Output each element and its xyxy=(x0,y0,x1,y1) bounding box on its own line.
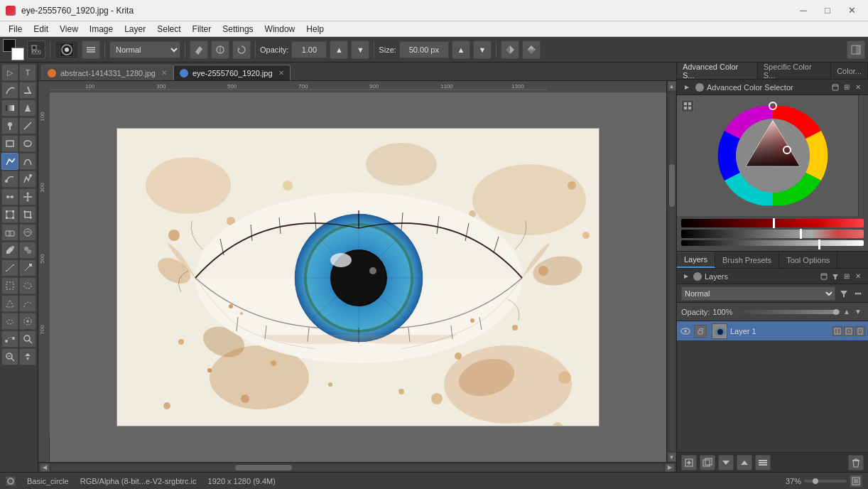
tool-line[interactable] xyxy=(19,117,36,134)
hscroll-right[interactable]: ▶ xyxy=(665,463,675,472)
tool-select-rect[interactable]: ▷ xyxy=(1,64,18,81)
layer-action-2[interactable] xyxy=(844,326,854,336)
layer-properties-button[interactable] xyxy=(755,455,771,471)
vscroll-down[interactable]: ▼ xyxy=(668,452,676,462)
move-layer-down-button[interactable] xyxy=(718,455,734,471)
tool-select-deform[interactable] xyxy=(1,331,18,348)
adv-color-collapse[interactable] xyxy=(681,82,693,93)
canvas-viewport[interactable] xyxy=(50,92,666,462)
layers-filter-btn[interactable] xyxy=(838,288,850,299)
menu-edit[interactable]: Edit xyxy=(28,23,54,36)
color-slider-2[interactable] xyxy=(681,230,864,238)
size-input[interactable] xyxy=(399,41,449,58)
layers-opacity-up[interactable]: ▲ xyxy=(841,306,852,318)
opacity-input[interactable] xyxy=(291,41,327,58)
menu-help[interactable]: Help xyxy=(300,23,330,36)
tool-ellipse[interactable] xyxy=(19,135,36,152)
layer-action-3[interactable] xyxy=(855,326,865,336)
opacity-down-btn[interactable]: ▼ xyxy=(351,41,369,59)
delete-layer-button[interactable] xyxy=(848,455,864,471)
tool-brush[interactable] xyxy=(1,117,18,134)
menu-view[interactable]: View xyxy=(54,23,84,36)
copy-layer-button[interactable] xyxy=(700,455,715,471)
layers-opacity-bar[interactable] xyxy=(737,310,840,314)
blend-mode-select[interactable]: Normal Multiply Screen Overlay xyxy=(109,41,180,58)
size-up-btn[interactable]: ▲ xyxy=(452,41,470,59)
menu-filter[interactable]: Filter xyxy=(187,23,217,36)
hscroll-left[interactable]: ◀ xyxy=(40,463,50,472)
tool-measure[interactable] xyxy=(1,259,18,276)
tool-rect-shape[interactable] xyxy=(1,135,18,152)
brush-settings-button[interactable] xyxy=(82,41,100,59)
background-color[interactable] xyxy=(11,48,24,60)
tool-path-edit[interactable] xyxy=(19,259,36,276)
maximize-button[interactable]: □ xyxy=(817,4,838,18)
tool-select-contiguous[interactable] xyxy=(1,313,18,330)
tool-dynamic-brush[interactable] xyxy=(19,171,36,188)
minimize-button[interactable]: ─ xyxy=(793,4,814,18)
layer-action-1[interactable] xyxy=(832,326,842,336)
preset-picker-button[interactable] xyxy=(211,41,229,59)
layers-blend-select[interactable]: Normal Multiply Screen xyxy=(681,286,835,301)
mirror-h-button[interactable] xyxy=(501,41,519,59)
tab-eye[interactable]: eye-2555760_1920.jpg ✕ xyxy=(173,65,291,80)
tab-tool-options[interactable]: Tool Options xyxy=(779,252,837,268)
hscroll-thumb[interactable] xyxy=(235,465,292,471)
tool-freehand-path[interactable] xyxy=(1,171,18,188)
tool-text[interactable]: T xyxy=(19,64,36,81)
tool-smart-patch[interactable] xyxy=(19,224,36,241)
slider-thumb-1[interactable] xyxy=(773,218,775,228)
color-wheel[interactable] xyxy=(716,99,830,213)
tool-select-path[interactable] xyxy=(19,295,36,312)
slider-thumb-3[interactable] xyxy=(818,240,820,249)
color-grid-button[interactable] xyxy=(681,100,694,112)
zoom-slider[interactable] xyxy=(804,480,847,483)
tool-pan[interactable] xyxy=(19,348,36,365)
menu-settings[interactable]: Settings xyxy=(217,23,259,36)
tool-bezier[interactable] xyxy=(19,153,36,170)
tool-zoom-2[interactable] xyxy=(1,348,18,365)
layers-collapse[interactable] xyxy=(681,272,691,281)
vscroll-thumb[interactable] xyxy=(669,164,675,207)
pattern-button[interactable] xyxy=(27,41,45,59)
mirror-v-button[interactable] xyxy=(522,41,541,59)
color-slider-1[interactable] xyxy=(681,219,864,227)
tool-fill[interactable] xyxy=(19,100,36,117)
color-slider-3[interactable] xyxy=(681,240,864,246)
layer-lock[interactable] xyxy=(694,325,707,338)
hscroll-track[interactable] xyxy=(51,465,663,471)
tool-zoom[interactable] xyxy=(19,331,36,348)
tool-crop[interactable] xyxy=(19,206,36,223)
tool-calligraphy[interactable] xyxy=(19,82,36,99)
adv-color-close[interactable]: ✕ xyxy=(852,82,864,93)
tab-abstract[interactable]: abstract-1414331_1280.jpg ✕ xyxy=(41,65,173,80)
color-fg-bg[interactable] xyxy=(3,39,24,60)
tab-close-abstract[interactable]: ✕ xyxy=(161,69,167,77)
tool-eraser[interactable] xyxy=(1,224,18,241)
layers-float[interactable]: ⊞ xyxy=(841,271,852,282)
tool-colorize[interactable] xyxy=(19,242,36,259)
tab-brush-presets[interactable]: Brush Presets xyxy=(715,252,779,268)
close-button[interactable]: ✕ xyxy=(841,4,862,18)
tab-advanced-color[interactable]: Advanced Color S... xyxy=(677,63,758,79)
layers-close[interactable]: ✕ xyxy=(852,271,864,282)
vertical-scrollbar[interactable]: ▲ ▼ xyxy=(666,81,676,462)
menu-layer[interactable]: Layer xyxy=(119,23,151,36)
layers-settings[interactable] xyxy=(818,271,830,282)
add-layer-button[interactable] xyxy=(681,455,697,471)
zoom-fit-button[interactable] xyxy=(850,475,862,488)
reset-button[interactable] xyxy=(232,41,251,59)
layers-opacity-down[interactable]: ▼ xyxy=(852,306,864,318)
menu-window[interactable]: Window xyxy=(259,23,301,36)
tool-transform[interactable] xyxy=(1,206,18,223)
tool-freehand[interactable] xyxy=(1,82,18,99)
size-down-btn[interactable]: ▼ xyxy=(473,41,492,59)
tool-select-rect-2[interactable] xyxy=(1,277,18,294)
panel-toggle-button[interactable] xyxy=(847,41,865,59)
menu-file[interactable]: File xyxy=(3,23,28,36)
menu-select[interactable]: Select xyxy=(151,23,186,36)
tab-layers[interactable]: Layers xyxy=(677,252,715,268)
horizontal-scrollbar[interactable]: ◀ ▶ xyxy=(38,462,676,472)
tab-specific-color[interactable]: Specific Color S... xyxy=(758,63,831,79)
tool-select-ellipse[interactable] xyxy=(19,277,36,294)
